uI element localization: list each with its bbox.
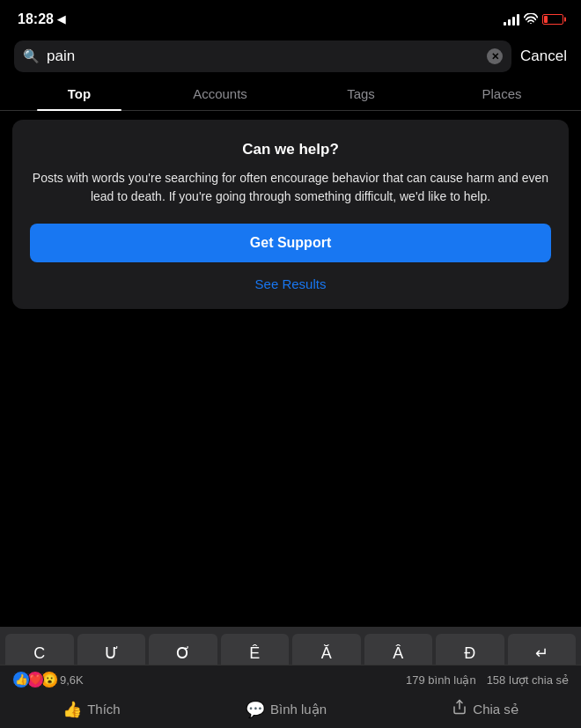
reaction-row: 👍 ❤️ 😮 9,6K 179 bình luận 158 lượt chia … bbox=[0, 665, 581, 694]
search-icon: 🔍 bbox=[23, 48, 40, 64]
location-icon: ◀ bbox=[57, 13, 65, 26]
reactions-right: 179 bình luận 158 lượt chia sẻ bbox=[406, 673, 569, 687]
clear-search-button[interactable]: ✕ bbox=[487, 48, 503, 64]
help-title: Can we help? bbox=[30, 141, 551, 158]
help-card: Can we help? Posts with words you're sea… bbox=[12, 120, 569, 309]
status-time: 18:28 ◀ bbox=[18, 11, 65, 27]
search-tabs: Top Accounts Tags Places bbox=[0, 77, 581, 111]
status-bar: 18:28 ◀ bbox=[0, 0, 581, 35]
like-icon: 👍 bbox=[63, 700, 82, 719]
reaction-emojis: 👍 ❤️ 😮 bbox=[12, 671, 55, 688]
svg-point-0 bbox=[530, 23, 532, 24]
battery-icon bbox=[542, 14, 563, 25]
help-body: Posts with words you're searching for of… bbox=[30, 169, 551, 206]
cancel-button[interactable]: Cancel bbox=[520, 48, 567, 65]
search-input-wrapper[interactable]: 🔍 pain ✕ bbox=[14, 40, 511, 72]
share-count: 158 lượt chia sẻ bbox=[487, 673, 569, 687]
reaction-count: 9,6K bbox=[60, 673, 84, 687]
like-emoji: 👍 bbox=[12, 671, 30, 688]
tab-places[interactable]: Places bbox=[431, 77, 572, 110]
search-bar: 🔍 pain ✕ Cancel bbox=[0, 35, 581, 77]
status-icons bbox=[504, 12, 563, 26]
action-buttons: 👍 Thích 💬 Bình luận Chia sẻ bbox=[0, 694, 581, 728]
like-button[interactable]: 👍 Thích bbox=[63, 699, 121, 719]
like-label: Thích bbox=[87, 702, 121, 717]
dark-background bbox=[0, 318, 581, 494]
share-label: Chia sẻ bbox=[473, 702, 518, 717]
comment-count: 179 bình luận bbox=[406, 673, 476, 687]
comment-button[interactable]: 💬 Bình luận bbox=[246, 699, 327, 719]
reactions-left: 👍 ❤️ 😮 9,6K bbox=[12, 671, 84, 688]
share-button[interactable]: Chia sẻ bbox=[452, 699, 518, 719]
bottom-action-bar: 👍 ❤️ 😮 9,6K 179 bình luận 158 lượt chia … bbox=[0, 665, 581, 728]
signal-icon bbox=[504, 13, 519, 26]
tab-accounts[interactable]: Accounts bbox=[150, 77, 290, 110]
search-input[interactable]: pain bbox=[47, 48, 480, 65]
share-icon bbox=[452, 699, 467, 719]
comment-icon: 💬 bbox=[246, 700, 265, 719]
time-display: 18:28 bbox=[18, 11, 54, 27]
tab-top[interactable]: Top bbox=[9, 77, 150, 110]
see-results-link[interactable]: See Results bbox=[30, 276, 551, 291]
tab-tags[interactable]: Tags bbox=[290, 77, 431, 110]
wifi-icon bbox=[524, 12, 538, 26]
comment-label: Bình luận bbox=[270, 702, 327, 717]
get-support-button[interactable]: Get Support bbox=[30, 224, 551, 262]
